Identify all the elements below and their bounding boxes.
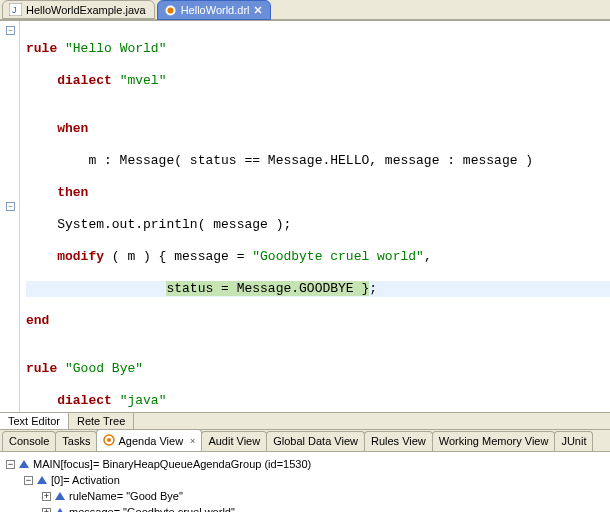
tree-node[interactable]: + message= "Goodbyte cruel world" — [6, 504, 610, 512]
agenda-icon — [103, 434, 115, 448]
tree-node-label: ruleName= "Good Bye" — [69, 490, 183, 502]
keyword: rule — [26, 361, 57, 376]
tab-rules-view[interactable]: Rules View — [364, 431, 433, 451]
views-tab-bar: Console Tasks Agenda View × Audit View G… — [0, 430, 610, 451]
keyword: rule — [26, 41, 57, 56]
tree-node-label: MAIN[focus]= BinaryHeapQueueAgendaGroup … — [33, 458, 311, 470]
string-literal: "mvel" — [112, 73, 167, 88]
activation-icon — [37, 476, 47, 484]
code-text: System.out.println( message ); — [26, 217, 610, 233]
editor-tab-drl[interactable]: HelloWorld.drl — [157, 0, 271, 20]
view-tab-label: Rules View — [371, 435, 426, 447]
tab-console[interactable]: Console — [2, 431, 56, 451]
code-text: ; — [369, 281, 377, 296]
code-text — [26, 281, 166, 296]
close-tab-icon[interactable] — [254, 6, 262, 14]
view-tab-label: JUnit — [561, 435, 586, 447]
java-file-icon: J — [9, 3, 22, 16]
keyword: then — [26, 185, 88, 200]
editor-gutter[interactable]: − − — [0, 21, 20, 412]
tree-node[interactable]: − [0]= Activation — [6, 472, 610, 488]
agenda-group-icon — [19, 460, 29, 468]
tab-working-memory-view[interactable]: Working Memory View — [432, 431, 556, 451]
string-literal: "java" — [112, 393, 167, 408]
svg-point-7 — [107, 438, 111, 442]
keyword: dialect — [26, 393, 112, 408]
view-tab-label: Global Data View — [273, 435, 358, 447]
code-text: m : Message( status == Message.HELLO, me… — [26, 153, 610, 169]
view-tab-label: Working Memory View — [439, 435, 549, 447]
tree-node-label: message= "Goodbyte cruel world" — [69, 506, 235, 512]
tree-node-label: [0]= Activation — [51, 474, 120, 486]
view-tab-label: Console — [9, 435, 49, 447]
tab-text-editor[interactable]: Text Editor — [0, 413, 69, 429]
fold-toggle-icon[interactable]: − — [6, 26, 15, 35]
svg-text:J: J — [12, 5, 17, 15]
tab-agenda-view[interactable]: Agenda View × — [96, 429, 202, 451]
variable-icon — [55, 508, 65, 512]
svg-point-3 — [167, 7, 173, 13]
code-text: ( m ) { message = — [104, 249, 252, 264]
editor-tab-bar: J HelloWorldExample.java HelloWorld.drl — [0, 0, 610, 20]
variable-icon — [55, 492, 65, 500]
tab-global-data-view[interactable]: Global Data View — [266, 431, 365, 451]
tree-node[interactable]: + ruleName= "Good Bye" — [6, 488, 610, 504]
editor-tab-java[interactable]: J HelloWorldExample.java — [2, 0, 155, 19]
tab-audit-view[interactable]: Audit View — [201, 431, 267, 451]
view-tab-label: Tasks — [62, 435, 90, 447]
drools-file-icon — [164, 4, 177, 17]
string-literal: "Good Bye" — [57, 361, 143, 376]
keyword: dialect — [26, 73, 112, 88]
editor-tab-label: HelloWorld.drl — [181, 4, 250, 16]
highlighted-text: status = Message.GOODBYE } — [166, 281, 369, 296]
expand-icon[interactable]: + — [42, 492, 51, 501]
code-content[interactable]: rule "Hello World" dialect "mvel" when m… — [20, 21, 610, 412]
collapse-icon[interactable]: − — [6, 460, 15, 469]
keyword: end — [26, 313, 49, 328]
view-tab-label: Agenda View — [118, 435, 183, 447]
string-literal: "Hello World" — [57, 41, 166, 56]
collapse-icon[interactable]: − — [24, 476, 33, 485]
view-tab-label: Audit View — [208, 435, 260, 447]
agenda-view-body[interactable]: − MAIN[focus]= BinaryHeapQueueAgendaGrou… — [0, 451, 610, 512]
keyword: modify — [26, 249, 104, 264]
fold-toggle-icon[interactable]: − — [6, 202, 15, 211]
code-text: , — [424, 249, 432, 264]
expand-icon[interactable]: + — [42, 508, 51, 512]
editor-tab-label: HelloWorldExample.java — [26, 4, 146, 16]
editor-bottom-tab-bar: Text Editor Rete Tree — [0, 412, 610, 430]
string-literal: "Goodbyte cruel world" — [252, 249, 424, 264]
tab-tasks[interactable]: Tasks — [55, 431, 97, 451]
tab-junit[interactable]: JUnit — [554, 431, 593, 451]
keyword: when — [26, 121, 88, 136]
code-editor[interactable]: − − rule "Hello World" dialect "mvel" wh… — [0, 20, 610, 412]
tab-rete-tree[interactable]: Rete Tree — [69, 413, 134, 429]
close-view-icon[interactable]: × — [190, 436, 195, 446]
tree-node[interactable]: − MAIN[focus]= BinaryHeapQueueAgendaGrou… — [6, 456, 610, 472]
